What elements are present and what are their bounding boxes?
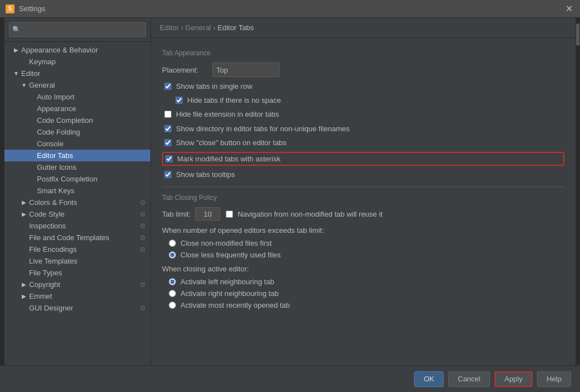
sidebar-item-code-completion[interactable]: Code Completion (4, 114, 150, 126)
tab-limit-row: Tab limit: Navigation from non-modified … (162, 207, 564, 221)
placement-dropdown[interactable]: Top Bottom Left Right None (212, 63, 279, 77)
expand-icon (28, 152, 36, 160)
close-non-modified-label[interactable]: Close non-modified files first (180, 239, 272, 247)
main-panel: Editor › General › Editor Tabs Tab Appea… (151, 18, 576, 365)
nav-check-row: Navigation from non-modified tab will re… (226, 210, 382, 218)
mark-asterisk-label[interactable]: Mark modified tabs with asterisk (177, 155, 281, 163)
ok-button[interactable]: OK (414, 371, 444, 387)
radio-close-non-modified: Close non-modified files first (162, 239, 564, 247)
sidebar-item-file-types[interactable]: File Types (4, 267, 150, 279)
close-button[interactable]: ✕ (563, 3, 574, 15)
show-directory-label[interactable]: Show directory in editor tabs for non-un… (176, 124, 350, 134)
mark-asterisk-checkbox[interactable] (165, 155, 173, 162)
show-close-label[interactable]: Show "close" button on editor tabs (176, 138, 287, 148)
sidebar-item-label: Smart Keys (37, 187, 74, 195)
search-input[interactable] (9, 22, 146, 37)
expand-icon: ▶ (20, 211, 28, 218)
app-icon: S (6, 4, 15, 13)
sidebar-item-file-code-templates[interactable]: File and Code Templates ⚙ (4, 232, 150, 243)
sidebar-item-label: Inspections (29, 222, 66, 230)
apply-button[interactable]: Apply (495, 371, 533, 387)
sidebar-item-editor[interactable]: ▼ Editor (4, 68, 150, 79)
hide-extension-label[interactable]: Hide file extension in editor tabs (176, 109, 279, 119)
expand-icon (28, 164, 36, 171)
highlighted-checkbox-row: Mark modified tabs with asterisk (162, 152, 564, 166)
sidebar-item-code-folding[interactable]: Code Folding (4, 126, 150, 138)
expand-icon: ▶ (20, 293, 28, 300)
show-tooltips-label[interactable]: Show tabs tooltips (176, 170, 235, 180)
sidebar-item-label: Appearance (37, 104, 76, 113)
sidebar-item-emmet[interactable]: ▶ Emmet (4, 290, 150, 302)
show-close-checkbox[interactable] (164, 139, 172, 146)
tab-appearance-title: Tab Appearance (162, 49, 564, 57)
sidebar-item-label: Code Folding (37, 128, 80, 136)
sidebar-item-editor-tabs[interactable]: Editor Tabs (4, 150, 150, 161)
sidebar-item-label: File Encodings (29, 245, 77, 254)
hide-extension-checkbox[interactable] (164, 111, 172, 118)
sidebar-item-auto-import[interactable]: Auto Import (4, 91, 150, 103)
sidebar-item-code-style[interactable]: ▶ Code Style ⚙ (4, 208, 150, 220)
activate-left-radio[interactable] (169, 278, 176, 285)
sidebar-item-label: Auto Import (37, 93, 74, 101)
expand-icon (20, 269, 28, 277)
show-directory-checkbox[interactable] (164, 125, 172, 132)
checkbox-show-single-row: Show tabs in single row (162, 82, 564, 92)
sidebar-item-smart-keys[interactable]: Smart Keys (4, 185, 150, 197)
close-less-frequent-label[interactable]: Close less frequently used files (180, 251, 281, 259)
sidebar-item-console[interactable]: Console (4, 138, 150, 150)
show-single-row-label[interactable]: Show tabs in single row (176, 82, 253, 92)
nav-reuse-checkbox[interactable] (226, 211, 233, 218)
sidebar-item-label: Gutter Icons (37, 163, 77, 171)
breadcrumb: Editor › General › Editor Tabs (151, 18, 576, 38)
cancel-button[interactable]: Cancel (448, 371, 489, 387)
sidebar-item-keymap[interactable]: Keymap (4, 56, 150, 68)
bottom-bar: OK Cancel Apply Help (0, 365, 580, 392)
hide-no-space-label[interactable]: Hide tabs if there is no space (187, 95, 281, 106)
sidebar-item-gutter-icons[interactable]: Gutter Icons (4, 161, 150, 173)
expand-icon (20, 304, 28, 312)
sidebar-item-general[interactable]: ▼ General (4, 79, 150, 91)
sidebar-item-appearance[interactable]: Appearance (4, 103, 150, 114)
sidebar-item-copyright[interactable]: ▶ Copyright ⚙ (4, 279, 150, 290)
sidebar-item-postfix-completion[interactable]: Postfix Completion (4, 173, 150, 185)
activate-recent-radio[interactable] (169, 302, 176, 309)
expand-icon (20, 234, 28, 242)
hide-no-space-checkbox[interactable] (175, 97, 183, 104)
sidebar-item-inspections[interactable]: Inspections ⚙ (4, 220, 150, 232)
expand-icon (20, 257, 28, 265)
sidebar-item-label: Colors & Fonts (29, 198, 77, 207)
sidebar-item-colors-fonts[interactable]: ▶ Colors & Fonts ⚙ (4, 197, 150, 208)
expand-icon: ▶ (20, 199, 28, 207)
help-button[interactable]: Help (537, 371, 571, 387)
config-icon: ⚙ (140, 246, 146, 254)
scrollbar-thumb[interactable] (576, 23, 579, 46)
search-icon: 🔍 (12, 26, 21, 34)
config-icon: ⚙ (140, 222, 146, 230)
activate-recent-label[interactable]: Activate most recently opened tab (180, 301, 290, 309)
when-closing-label: When closing active editor: (162, 265, 564, 273)
sidebar-item-label: Editor (21, 69, 40, 78)
activate-right-radio[interactable] (169, 290, 176, 297)
tab-limit-input[interactable] (195, 207, 220, 221)
show-tooltips-checkbox[interactable] (164, 171, 172, 178)
config-icon: ⚙ (140, 211, 146, 218)
sidebar-item-label: Appearance & Behavior (21, 46, 98, 54)
show-single-row-checkbox[interactable] (164, 83, 172, 90)
activate-left-label[interactable]: Activate left neighbouring tab (180, 278, 274, 286)
title-bar: S Settings ✕ (0, 0, 580, 18)
expand-icon: ▶ (12, 46, 20, 54)
sidebar-item-label: Editor Tabs (37, 151, 73, 160)
sidebar-item-live-templates[interactable]: Live Templates (4, 255, 150, 267)
sidebar-item-file-encodings[interactable]: File Encodings ⚙ (4, 243, 150, 255)
sidebar-item-appearance-behavior[interactable]: ▶ Appearance & Behavior (4, 44, 150, 56)
sidebar-item-label: Console (37, 140, 64, 148)
close-less-frequent-radio[interactable] (169, 251, 176, 259)
expand-icon (28, 117, 36, 125)
nav-reuse-label[interactable]: Navigation from non-modified tab will re… (237, 210, 382, 218)
radio-activate-left: Activate left neighbouring tab (162, 278, 564, 286)
sidebar-item-gui-designer[interactable]: GUI Designer ⚙ (4, 302, 150, 314)
activate-right-label[interactable]: Activate right neighbouring tab (180, 289, 279, 298)
sidebar-item-label: Code Style (29, 210, 65, 218)
close-non-modified-radio[interactable] (169, 240, 176, 247)
left-edge (0, 18, 4, 365)
